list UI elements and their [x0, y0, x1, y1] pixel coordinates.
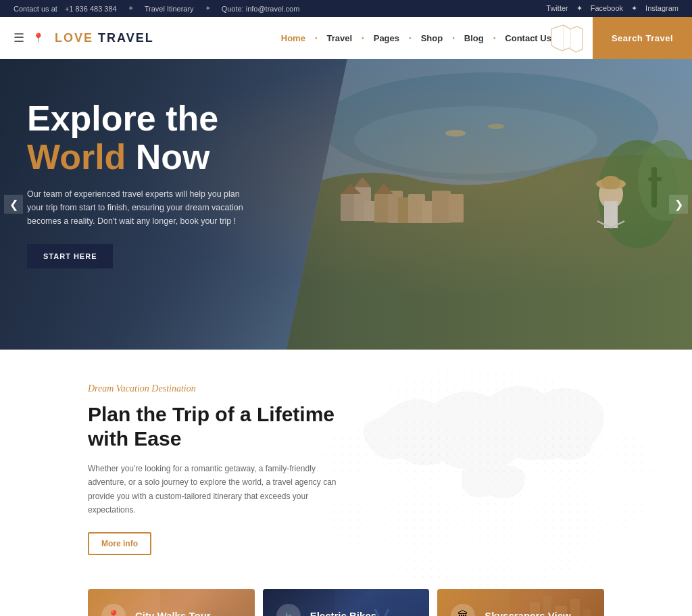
phone-number: +1 836 483 384 [65, 5, 117, 13]
section-description: Whether you're looking for a romantic ge… [88, 462, 345, 517]
main-section: Dream Vacation Destination Plan the Trip… [0, 350, 692, 575]
contact-info: Contact us at +1 836 483 384 [14, 5, 117, 13]
hero-section: Explore the World Now Our team of experi… [0, 59, 692, 350]
nav-contact-label: Contact Us [505, 33, 551, 43]
tour-card-3-icon: 🏛 [451, 604, 475, 616]
twitter-link[interactable]: Twitter [546, 4, 568, 13]
start-here-button[interactable]: START HERE [27, 244, 113, 268]
hero-content: Explore the World Now Our team of experi… [27, 99, 257, 268]
separator-1: ✦ [128, 4, 134, 13]
logo-text: LOVE TRAVEL [55, 31, 154, 45]
world-map-svg [327, 363, 651, 566]
hero-next-arrow[interactable]: ❯ [669, 195, 688, 214]
nav-travel-label: Travel [327, 33, 353, 43]
nav-travel[interactable]: Travel [318, 33, 362, 43]
tour-card-2-label: Electric Bikes [310, 610, 376, 616]
top-bar-left: Contact us at +1 836 483 384 ✦ Travel It… [14, 4, 299, 13]
nav-shop-label: Shop [421, 33, 443, 43]
search-travel-button[interactable]: Search Travel [593, 17, 692, 59]
instagram-link[interactable]: Instagram [645, 4, 678, 13]
nav-pages[interactable]: Pages [364, 33, 409, 43]
nav-pages-label: Pages [374, 33, 399, 43]
top-bar-social: Twitter ✦ Facebook ✦ Instagram [546, 4, 678, 13]
svg-rect-38 [570, 599, 580, 616]
separator-2: ✦ [205, 4, 211, 13]
logo-love: LOVE [55, 31, 98, 45]
logo: LOVE TRAVEL [55, 31, 154, 45]
tour-card-1-icon: 📍 [101, 604, 126, 616]
svg-rect-39 [583, 609, 591, 616]
header: ☰ 📍 LOVE TRAVEL Home ● Travel ● Pages ● … [0, 17, 692, 59]
tour-card-electric-bikes[interactable]: 🚲 Electric Bikes [263, 589, 430, 616]
hero-prev-arrow[interactable]: ❮ [4, 195, 23, 214]
hero-title-rest: Now [126, 137, 209, 176]
social-sep-1: ✦ [576, 4, 583, 13]
quote-info: Quote: info@travel.com [222, 5, 300, 13]
hero-description: Our team of experienced travel experts w… [27, 187, 257, 228]
nav-blog[interactable]: Blog [455, 33, 493, 43]
tour-cards-section: 📍 City Walks Tour 🚲 Electric Bikes [0, 575, 692, 616]
location-icon: 📍 [32, 32, 44, 43]
social-sep-2: ✦ [631, 4, 637, 13]
hero-title-line1: Explore the [27, 99, 218, 138]
tour-card-2-icon: 🚲 [276, 604, 301, 616]
hamburger-icon[interactable]: ☰ [14, 30, 24, 45]
nav-blog-label: Blog [464, 33, 484, 43]
nav-home-label: Home [281, 33, 305, 43]
tour-card-skyscrapers[interactable]: 🏛 Skyscrapers View [437, 589, 604, 616]
hero-title-highlight: World [27, 137, 126, 176]
tour-card-3-label: Skyscrapers View [485, 610, 570, 616]
tour-card-1-label: City Walks Tour [135, 610, 211, 616]
logo-travel: TRAVEL [98, 31, 154, 45]
contact-label: Contact us at [14, 5, 57, 13]
section-title: Plan the Trip of a Lifetime with Ease [88, 402, 345, 451]
itinerary-link[interactable]: Travel Itinerary [145, 5, 194, 13]
nav-home[interactable]: Home [272, 33, 315, 43]
map-decoration [550, 24, 584, 54]
tour-card-city-walks[interactable]: 📍 City Walks Tour [88, 589, 255, 616]
more-info-button[interactable]: More info [88, 532, 151, 555]
top-bar: Contact us at +1 836 483 384 ✦ Travel It… [0, 0, 692, 17]
nav-shop[interactable]: Shop [412, 33, 453, 43]
facebook-link[interactable]: Facebook [591, 4, 623, 13]
hero-title: Explore the World Now [27, 99, 257, 176]
